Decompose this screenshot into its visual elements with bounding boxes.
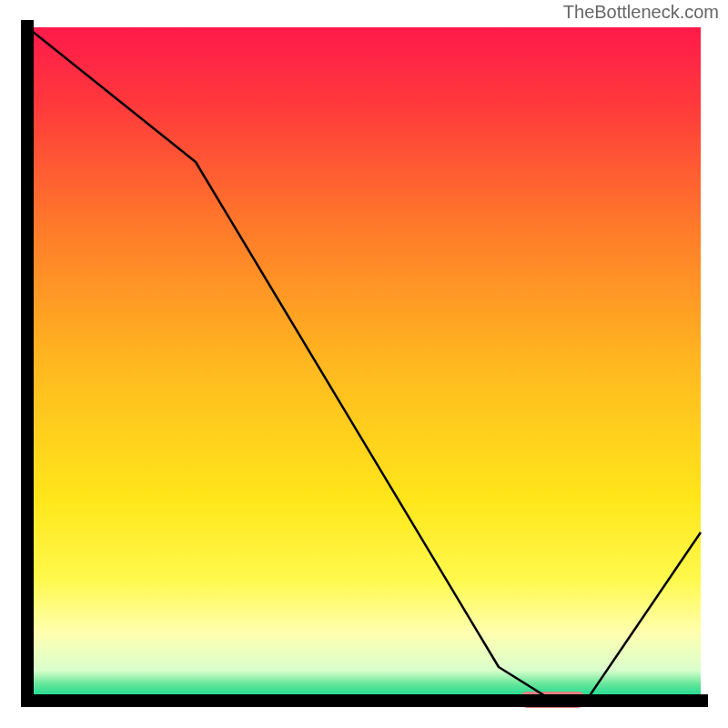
chart-container: { "watermark": "TheBottleneck.com", "cha…: [0, 0, 728, 728]
gradient-background: [27, 27, 701, 701]
watermark-text: TheBottleneck.com: [563, 2, 719, 23]
bottleneck-chart: [0, 0, 728, 728]
